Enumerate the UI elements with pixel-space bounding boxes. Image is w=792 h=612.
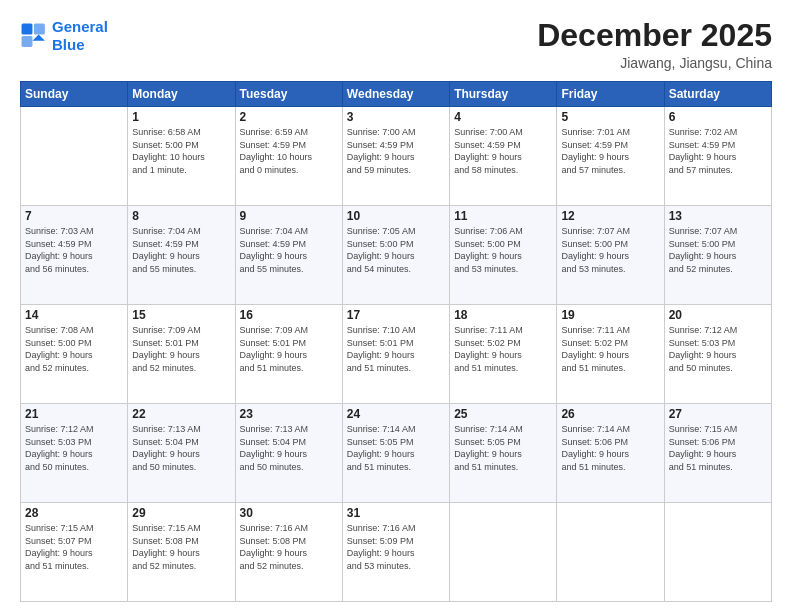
day-number: 5 <box>561 110 659 124</box>
calendar-week-3: 14Sunrise: 7:08 AMSunset: 5:00 PMDayligh… <box>21 305 772 404</box>
day-info: Sunrise: 7:11 AMSunset: 5:02 PMDaylight:… <box>454 324 552 374</box>
col-monday: Monday <box>128 82 235 107</box>
day-number: 2 <box>240 110 338 124</box>
day-number: 1 <box>132 110 230 124</box>
calendar-cell: 23Sunrise: 7:13 AMSunset: 5:04 PMDayligh… <box>235 404 342 503</box>
day-number: 7 <box>25 209 123 223</box>
calendar-cell: 22Sunrise: 7:13 AMSunset: 5:04 PMDayligh… <box>128 404 235 503</box>
calendar-cell: 19Sunrise: 7:11 AMSunset: 5:02 PMDayligh… <box>557 305 664 404</box>
day-number: 27 <box>669 407 767 421</box>
calendar-cell <box>664 503 771 602</box>
day-number: 22 <box>132 407 230 421</box>
day-info: Sunrise: 7:10 AMSunset: 5:01 PMDaylight:… <box>347 324 445 374</box>
day-number: 24 <box>347 407 445 421</box>
calendar-cell <box>557 503 664 602</box>
svg-rect-0 <box>22 24 33 35</box>
calendar-cell: 26Sunrise: 7:14 AMSunset: 5:06 PMDayligh… <box>557 404 664 503</box>
day-number: 18 <box>454 308 552 322</box>
day-info: Sunrise: 7:14 AMSunset: 5:05 PMDaylight:… <box>454 423 552 473</box>
day-number: 20 <box>669 308 767 322</box>
day-info: Sunrise: 7:00 AMSunset: 4:59 PMDaylight:… <box>347 126 445 176</box>
day-info: Sunrise: 7:04 AMSunset: 4:59 PMDaylight:… <box>132 225 230 275</box>
col-tuesday: Tuesday <box>235 82 342 107</box>
calendar-cell: 12Sunrise: 7:07 AMSunset: 5:00 PMDayligh… <box>557 206 664 305</box>
day-info: Sunrise: 7:14 AMSunset: 5:05 PMDaylight:… <box>347 423 445 473</box>
calendar-cell: 20Sunrise: 7:12 AMSunset: 5:03 PMDayligh… <box>664 305 771 404</box>
day-number: 6 <box>669 110 767 124</box>
day-number: 3 <box>347 110 445 124</box>
col-wednesday: Wednesday <box>342 82 449 107</box>
calendar-cell: 6Sunrise: 7:02 AMSunset: 4:59 PMDaylight… <box>664 107 771 206</box>
day-info: Sunrise: 7:13 AMSunset: 5:04 PMDaylight:… <box>240 423 338 473</box>
day-info: Sunrise: 7:09 AMSunset: 5:01 PMDaylight:… <box>132 324 230 374</box>
logo: General Blue <box>20 18 108 54</box>
calendar-week-4: 21Sunrise: 7:12 AMSunset: 5:03 PMDayligh… <box>21 404 772 503</box>
day-info: Sunrise: 6:58 AMSunset: 5:00 PMDaylight:… <box>132 126 230 176</box>
calendar-header-row: Sunday Monday Tuesday Wednesday Thursday… <box>21 82 772 107</box>
day-info: Sunrise: 7:06 AMSunset: 5:00 PMDaylight:… <box>454 225 552 275</box>
logo-icon <box>20 22 48 50</box>
day-info: Sunrise: 7:16 AMSunset: 5:08 PMDaylight:… <box>240 522 338 572</box>
calendar-cell: 1Sunrise: 6:58 AMSunset: 5:00 PMDaylight… <box>128 107 235 206</box>
calendar-cell: 8Sunrise: 7:04 AMSunset: 4:59 PMDaylight… <box>128 206 235 305</box>
day-info: Sunrise: 7:01 AMSunset: 4:59 PMDaylight:… <box>561 126 659 176</box>
day-number: 31 <box>347 506 445 520</box>
calendar-cell: 30Sunrise: 7:16 AMSunset: 5:08 PMDayligh… <box>235 503 342 602</box>
col-saturday: Saturday <box>664 82 771 107</box>
day-number: 23 <box>240 407 338 421</box>
svg-rect-1 <box>34 24 45 35</box>
col-thursday: Thursday <box>450 82 557 107</box>
day-info: Sunrise: 7:15 AMSunset: 5:08 PMDaylight:… <box>132 522 230 572</box>
calendar-cell: 24Sunrise: 7:14 AMSunset: 5:05 PMDayligh… <box>342 404 449 503</box>
day-number: 4 <box>454 110 552 124</box>
day-info: Sunrise: 7:09 AMSunset: 5:01 PMDaylight:… <box>240 324 338 374</box>
day-info: Sunrise: 7:11 AMSunset: 5:02 PMDaylight:… <box>561 324 659 374</box>
day-number: 16 <box>240 308 338 322</box>
calendar-cell <box>21 107 128 206</box>
day-info: Sunrise: 7:13 AMSunset: 5:04 PMDaylight:… <box>132 423 230 473</box>
title-block: December 2025 Jiawang, Jiangsu, China <box>537 18 772 71</box>
location: Jiawang, Jiangsu, China <box>537 55 772 71</box>
calendar-cell: 15Sunrise: 7:09 AMSunset: 5:01 PMDayligh… <box>128 305 235 404</box>
calendar-cell: 10Sunrise: 7:05 AMSunset: 5:00 PMDayligh… <box>342 206 449 305</box>
day-number: 14 <box>25 308 123 322</box>
calendar-week-5: 28Sunrise: 7:15 AMSunset: 5:07 PMDayligh… <box>21 503 772 602</box>
day-info: Sunrise: 7:15 AMSunset: 5:07 PMDaylight:… <box>25 522 123 572</box>
day-info: Sunrise: 7:07 AMSunset: 5:00 PMDaylight:… <box>561 225 659 275</box>
calendar-cell: 13Sunrise: 7:07 AMSunset: 5:00 PMDayligh… <box>664 206 771 305</box>
calendar-cell: 11Sunrise: 7:06 AMSunset: 5:00 PMDayligh… <box>450 206 557 305</box>
col-sunday: Sunday <box>21 82 128 107</box>
calendar-cell: 25Sunrise: 7:14 AMSunset: 5:05 PMDayligh… <box>450 404 557 503</box>
calendar-week-1: 1Sunrise: 6:58 AMSunset: 5:00 PMDaylight… <box>21 107 772 206</box>
day-number: 13 <box>669 209 767 223</box>
day-number: 30 <box>240 506 338 520</box>
calendar-cell: 3Sunrise: 7:00 AMSunset: 4:59 PMDaylight… <box>342 107 449 206</box>
svg-rect-2 <box>22 36 33 47</box>
day-info: Sunrise: 7:07 AMSunset: 5:00 PMDaylight:… <box>669 225 767 275</box>
calendar-cell: 4Sunrise: 7:00 AMSunset: 4:59 PMDaylight… <box>450 107 557 206</box>
day-info: Sunrise: 7:00 AMSunset: 4:59 PMDaylight:… <box>454 126 552 176</box>
day-number: 28 <box>25 506 123 520</box>
calendar-cell: 16Sunrise: 7:09 AMSunset: 5:01 PMDayligh… <box>235 305 342 404</box>
calendar-cell: 2Sunrise: 6:59 AMSunset: 4:59 PMDaylight… <box>235 107 342 206</box>
col-friday: Friday <box>557 82 664 107</box>
day-info: Sunrise: 7:02 AMSunset: 4:59 PMDaylight:… <box>669 126 767 176</box>
calendar-week-2: 7Sunrise: 7:03 AMSunset: 4:59 PMDaylight… <box>21 206 772 305</box>
day-info: Sunrise: 7:12 AMSunset: 5:03 PMDaylight:… <box>669 324 767 374</box>
calendar-cell: 9Sunrise: 7:04 AMSunset: 4:59 PMDaylight… <box>235 206 342 305</box>
day-number: 26 <box>561 407 659 421</box>
day-number: 10 <box>347 209 445 223</box>
calendar-cell: 21Sunrise: 7:12 AMSunset: 5:03 PMDayligh… <box>21 404 128 503</box>
day-info: Sunrise: 7:05 AMSunset: 5:00 PMDaylight:… <box>347 225 445 275</box>
day-number: 9 <box>240 209 338 223</box>
calendar-cell: 17Sunrise: 7:10 AMSunset: 5:01 PMDayligh… <box>342 305 449 404</box>
page: General Blue December 2025 Jiawang, Jian… <box>0 0 792 612</box>
day-number: 29 <box>132 506 230 520</box>
day-info: Sunrise: 7:16 AMSunset: 5:09 PMDaylight:… <box>347 522 445 572</box>
calendar-cell: 27Sunrise: 7:15 AMSunset: 5:06 PMDayligh… <box>664 404 771 503</box>
header: General Blue December 2025 Jiawang, Jian… <box>20 18 772 71</box>
day-number: 19 <box>561 308 659 322</box>
svg-marker-3 <box>32 34 44 40</box>
logo-text: General Blue <box>52 18 108 54</box>
day-number: 15 <box>132 308 230 322</box>
